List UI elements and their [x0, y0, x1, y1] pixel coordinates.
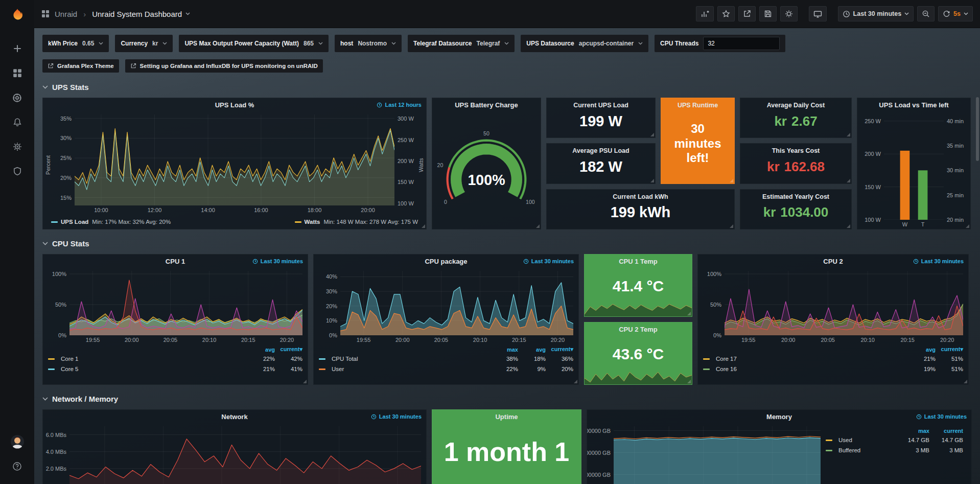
- panel-title[interactable]: Uptime: [495, 413, 518, 421]
- chart-plot[interactable]: [725, 271, 963, 335]
- legend-sort-header[interactable]: current▾: [936, 346, 963, 353]
- save-dashboard-button[interactable]: [759, 6, 777, 21]
- cpu1-chart[interactable]: 0%50%100%19:5520:0020:0520:1020:1520:20: [43, 268, 308, 344]
- share-dashboard-button[interactable]: [738, 6, 756, 21]
- user-avatar[interactable]: [7, 431, 28, 452]
- memory-chart[interactable]: 50.000000 GB60.000000 GB70.000000 GB: [587, 423, 826, 484]
- panel-title[interactable]: Network: [221, 413, 247, 421]
- sidebar-item-dashboards[interactable]: [7, 62, 28, 84]
- panel-title[interactable]: CPU 2: [823, 258, 843, 265]
- panel-title[interactable]: Memory: [766, 413, 792, 421]
- dashboard-link[interactable]: Grafana Plex Theme: [42, 59, 119, 73]
- panel-time-range[interactable]: Last 30 minutes: [252, 255, 303, 268]
- panel-title[interactable]: UPS Runtime: [661, 102, 734, 109]
- cpu-package-chart[interactable]: 0%10%20%30%40%19:5520:0020:0520:1020:152…: [314, 268, 578, 344]
- panel-time-range[interactable]: Last 12 hours: [377, 98, 422, 111]
- panel-title[interactable]: UPS Load %: [215, 101, 254, 109]
- ups-load-vs-time-chart[interactable]: 100 W150 W200 W250 W20 min25 min30 min35…: [857, 111, 970, 229]
- sidebar-item-server-admin[interactable]: [7, 160, 28, 182]
- sidebar-item-alerting[interactable]: [7, 111, 28, 133]
- chart-plot[interactable]: [340, 271, 573, 335]
- variable-value[interactable]: 865: [304, 40, 314, 47]
- panel-time-range[interactable]: Last 30 minutes: [916, 410, 967, 423]
- variable-value[interactable]: apcupsd-container: [579, 40, 634, 47]
- panel-title[interactable]: Current Load kWh: [547, 193, 734, 200]
- page-scrollbar[interactable]: [975, 28, 980, 484]
- legend-row[interactable]: CPU Total38%18%36%: [319, 354, 573, 364]
- panel-title[interactable]: CPU package: [425, 258, 467, 265]
- time-range-picker[interactable]: Last 30 minutes: [838, 6, 914, 21]
- legend-sort-header[interactable]: current▾: [546, 346, 573, 353]
- legend-sort-header[interactable]: avg: [518, 347, 546, 353]
- panel-title[interactable]: Current UPS Load: [547, 102, 655, 109]
- variable-host[interactable]: hostNostromo: [335, 35, 402, 52]
- variable-value[interactable]: 0.65: [82, 40, 94, 47]
- dashboard-link[interactable]: Setting up Grafana and InfluxDB for UPS …: [125, 59, 323, 73]
- variable-kwh-price[interactable]: kWh Price0.65: [42, 35, 109, 52]
- chart-plot[interactable]: [69, 271, 302, 335]
- variable-ups-max-output-power-capacity-watt[interactable]: UPS Max Output Power Capacity (Watt)865: [179, 35, 329, 52]
- variable-value[interactable]: Telegraf: [477, 40, 500, 47]
- help-icon[interactable]: [7, 455, 28, 477]
- panel-time-range[interactable]: Last 30 minutes: [523, 255, 574, 268]
- legend-item[interactable]: Watts Min: 148 W Max: 278 W Avg: 175 W: [295, 219, 418, 225]
- panel-time-range[interactable]: Last 30 minutes: [371, 410, 422, 423]
- legend-row[interactable]: Used14.7 GB14.7 GB: [826, 435, 963, 445]
- panel-title[interactable]: CPU 1 Temp: [619, 258, 658, 265]
- variable-value[interactable]: kr: [152, 40, 158, 47]
- variable-currency[interactable]: Currencykr: [115, 35, 173, 52]
- legend-sort-header[interactable]: avg: [908, 347, 936, 353]
- star-dashboard-button[interactable]: [717, 6, 735, 21]
- section-header-network-memory[interactable]: Network / Memory: [42, 393, 972, 404]
- breadcrumb-app[interactable]: Unraid: [55, 10, 77, 18]
- variable-ups-datasource[interactable]: UPS Datasourceapcupsd-container: [521, 35, 648, 52]
- legend-row[interactable]: Buffered3 MB3 MB: [826, 445, 963, 455]
- battery-gauge[interactable]: 02050100100%: [432, 111, 541, 229]
- zoom-out-button[interactable]: [917, 6, 935, 21]
- grafana-logo[interactable]: [6, 4, 29, 28]
- section-header-cpu[interactable]: CPU Stats: [42, 238, 972, 249]
- panel-title[interactable]: CPU 1: [166, 258, 185, 265]
- variable-input[interactable]: [703, 37, 780, 50]
- sidebar-item-configuration[interactable]: [7, 136, 28, 157]
- network-chart[interactable]: 2.0 MBs4.0 MBs6.0 MBs: [43, 423, 426, 484]
- chart-plot[interactable]: [614, 426, 821, 484]
- legend-sort-header[interactable]: max: [896, 428, 929, 434]
- variable-cpu-threads[interactable]: CPU Threads: [655, 35, 785, 52]
- panel-title[interactable]: Estimated Yearly Cost: [740, 193, 851, 200]
- dashboard-settings-button[interactable]: [780, 6, 798, 21]
- legend-row[interactable]: Core 122%42%: [48, 354, 302, 364]
- legend-row[interactable]: Core 1721%51%: [703, 354, 963, 364]
- chart-plot[interactable]: [69, 426, 421, 484]
- chart-plot[interactable]: [75, 114, 394, 205]
- refresh-picker[interactable]: 5s: [938, 6, 973, 21]
- legend-row[interactable]: Core 1619%51%: [703, 364, 963, 374]
- add-panel-button[interactable]: [696, 6, 714, 21]
- legend-sort-header[interactable]: current: [929, 428, 963, 434]
- sidebar-item-create[interactable]: [7, 38, 28, 59]
- scrollbar-thumb[interactable]: [976, 97, 979, 161]
- legend-row[interactable]: Core 521%41%: [48, 364, 302, 374]
- legend-sort-header[interactable]: max: [491, 347, 518, 353]
- legend-sort-header[interactable]: current▾: [275, 346, 302, 353]
- panel-title[interactable]: UPS Battery Charge: [455, 101, 518, 109]
- legend-item[interactable]: UPS Load Min: 17% Max: 32% Avg: 20%: [51, 219, 171, 225]
- chart-plot[interactable]: [884, 114, 944, 220]
- panel-title[interactable]: Average Daily Cost: [740, 102, 851, 109]
- panel-title[interactable]: UPS Load vs Time left: [879, 101, 948, 109]
- ups-load-chart[interactable]: 15%20%25%30%35%Percent100 W150 W200 W250…: [43, 111, 426, 215]
- panel-title[interactable]: This Years Cost: [740, 147, 851, 154]
- panel-time-range[interactable]: Last 30 minutes: [913, 255, 964, 268]
- section-header-ups[interactable]: UPS Stats: [42, 81, 972, 93]
- panel-title[interactable]: CPU 2 Temp: [619, 326, 658, 333]
- variable-value[interactable]: Nostromo: [358, 40, 387, 47]
- sidebar-item-explore[interactable]: [7, 87, 28, 108]
- panel-title[interactable]: Average PSU Load: [547, 147, 655, 154]
- legend-sort-header[interactable]: avg: [247, 347, 275, 353]
- variable-telegraf-datasource[interactable]: Telegraf DatasourceTelegraf: [408, 35, 515, 52]
- dashboard-picker-icon[interactable]: [41, 10, 50, 18]
- dashboard-title[interactable]: Unraid System Dashboard: [92, 10, 190, 18]
- cycle-view-mode-button[interactable]: [809, 6, 827, 21]
- cpu2-chart[interactable]: 0%50%100%19:5520:0020:0520:1020:1520:20: [698, 268, 968, 344]
- legend-row[interactable]: User22%9%20%: [319, 364, 573, 374]
